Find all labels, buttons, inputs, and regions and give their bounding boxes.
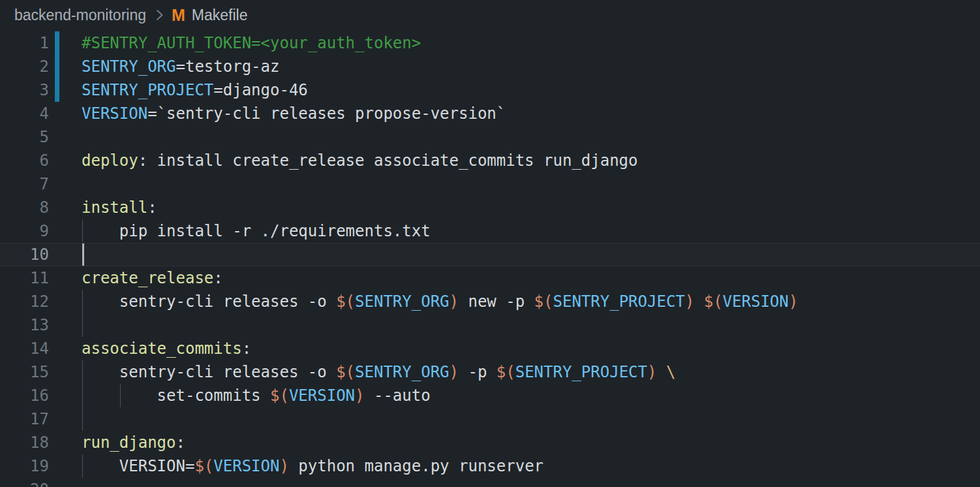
indent-guide (82, 407, 83, 431)
token-punct: ) (789, 292, 798, 311)
indent-guide (82, 384, 83, 407)
token-punct: ) (355, 386, 364, 405)
editor-line[interactable]: 9 pip install -r ./requirements.txt (0, 219, 980, 243)
line-code: create_release: (82, 266, 223, 290)
token-var: SENTRY_PROJECT (515, 363, 647, 381)
line-number: 2 (0, 55, 49, 78)
editor-line[interactable]: 6 deploy: install create_release associa… (0, 149, 980, 172)
editor-line[interactable]: 8 install: (0, 196, 980, 219)
editor-line[interactable]: 5 (0, 125, 980, 149)
token-text: =`sentry-cli releases propose-version` (147, 104, 506, 123)
breadcrumb-item-file[interactable]: M Makefile (172, 6, 247, 25)
line-code: set-commits $(VERSION) --auto (82, 384, 431, 407)
editor-line[interactable]: 18 run_django: (0, 431, 980, 454)
token-text: : (147, 198, 157, 217)
editor-line[interactable]: 11 create_release: (0, 266, 980, 290)
token-text (656, 363, 666, 381)
line-number: 14 (0, 337, 49, 360)
token-text: VERSION= (119, 457, 195, 475)
token-punct: $( (497, 363, 515, 381)
indent-guide (82, 454, 83, 478)
text-cursor (82, 244, 84, 266)
line-number: 1 (0, 31, 49, 55)
token-punct: ) (647, 363, 656, 381)
breadcrumb: backend-monitoring M Makefile (0, 0, 980, 30)
indent-guide (120, 384, 121, 407)
editor-line[interactable]: 13 (0, 313, 980, 337)
editor-line[interactable]: 1 #SENTRY_AUTH_TOKEN=<your_auth_token> (0, 31, 980, 55)
editor-line[interactable]: 12 sentry-cli releases -o $(SENTRY_ORG) … (0, 290, 980, 313)
editor-line[interactable]: 4 VERSION=`sentry-cli releases propose-v… (0, 102, 980, 125)
token-var: SENTRY_ORG (355, 292, 450, 311)
line-number: 20 (0, 478, 49, 487)
editor-line[interactable]: 14 associate_commits: (0, 337, 980, 360)
token-punct: $( (534, 292, 553, 311)
token-text: : install create_release associate_commi… (138, 151, 638, 170)
editor-line[interactable]: 7 (0, 172, 980, 196)
editor-line[interactable]: 15 sentry-cli releases -o $(SENTRY_ORG) … (0, 360, 980, 384)
token-text: --auto (365, 386, 431, 405)
line-number: 5 (0, 125, 49, 149)
token-target: deploy (82, 151, 138, 170)
token-var: SENTRY_PROJECT (553, 292, 685, 311)
editor-line[interactable]: 20 (0, 478, 980, 487)
git-modified-indicator (55, 55, 59, 78)
token-text: set-commits (157, 386, 270, 405)
indent-guide (82, 313, 83, 337)
line-code: SENTRY_ORG=testorg-az (82, 55, 279, 78)
token-comment: #SENTRY_AUTH_TOKEN=<your_auth_token> (82, 34, 421, 52)
line-code: associate_commits: (82, 337, 251, 360)
token-punct: ) (685, 292, 694, 311)
breadcrumb-item-folder[interactable]: backend-monitoring (14, 7, 146, 24)
token-punct: $( (704, 292, 723, 311)
line-number: 17 (0, 407, 49, 431)
token-text: : (213, 269, 222, 287)
line-number: 6 (0, 149, 49, 172)
line-code: pip install -r ./requirements.txt (82, 219, 431, 243)
line-number: 13 (0, 313, 49, 337)
line-number: 9 (0, 219, 49, 243)
token-punct: $( (336, 292, 355, 311)
line-number: 3 (0, 78, 49, 102)
token-text: python manage.py runserver (289, 457, 544, 475)
line-code: VERSION=$(VERSION) python manage.py runs… (82, 454, 544, 478)
token-target: install (82, 198, 147, 217)
editor-line[interactable]: 16 set-commits $(VERSION) --auto (0, 384, 980, 407)
token-text: =django-46 (213, 81, 308, 99)
line-number: 10 (0, 243, 49, 266)
editor-line[interactable]: 2 SENTRY_ORG=testorg-az (0, 55, 980, 78)
breadcrumb-file-label: Makefile (192, 7, 248, 24)
token-text: new -p (459, 292, 534, 311)
editor-line[interactable]: 3 SENTRY_PROJECT=django-46 (0, 78, 980, 102)
line-code: install: (82, 196, 157, 219)
token-text: pip install -r ./requirements.txt (119, 222, 431, 240)
chevron-right-icon (155, 8, 164, 22)
token-text (694, 292, 703, 311)
token-target: create_release (82, 269, 213, 287)
line-code: VERSION=`sentry-cli releases propose-ver… (82, 102, 506, 125)
editor-lines: 1 #SENTRY_AUTH_TOKEN=<your_auth_token> 2… (0, 31, 980, 487)
token-text: sentry-cli releases -o (119, 363, 336, 381)
token-text: =testorg-az (176, 57, 280, 76)
line-number: 19 (0, 454, 49, 478)
line-number: 11 (0, 266, 49, 290)
git-modified-indicator (55, 78, 59, 102)
line-code: run_django: (82, 431, 185, 454)
editor-line[interactable]: 17 (0, 407, 980, 431)
token-text: -p (459, 363, 497, 381)
token-punct: ) (450, 292, 459, 311)
line-number: 12 (0, 290, 49, 313)
code-editor[interactable]: 1 #SENTRY_AUTH_TOKEN=<your_auth_token> 2… (0, 30, 980, 487)
editor-line[interactable]: 19 VERSION=$(VERSION) python manage.py r… (0, 454, 980, 478)
token-punct: $( (194, 457, 213, 475)
token-var: VERSION (213, 457, 279, 475)
token-punct: $( (336, 363, 355, 381)
line-number: 18 (0, 431, 49, 454)
editor-line[interactable]: 10 (0, 243, 980, 266)
line-code: deploy: install create_release associate… (82, 149, 638, 172)
indent-guide (82, 290, 83, 313)
token-text: sentry-cli releases -o (119, 292, 336, 311)
token-punct: ) (279, 457, 288, 475)
token-var: SENTRY_ORG (82, 57, 176, 76)
line-code: sentry-cli releases -o $(SENTRY_ORG) -p … (82, 360, 675, 384)
